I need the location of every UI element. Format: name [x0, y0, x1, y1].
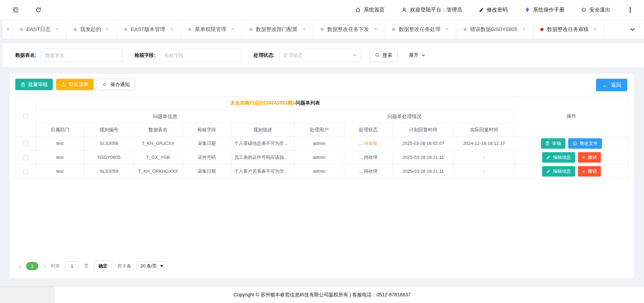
- chevron-down-icon: [421, 53, 426, 57]
- next-page-button[interactable]: ›: [43, 263, 46, 269]
- tab-overflow-button[interactable]: [621, 20, 644, 39]
- tab-status-dot-icon: [124, 28, 127, 31]
- cell-user: admin: [295, 137, 344, 150]
- table-name-input[interactable]: [41, 49, 123, 62]
- total-count-label: 共 3 条: [117, 263, 131, 269]
- tab-close-icon[interactable]: ×: [522, 26, 525, 32]
- tab-close-icon[interactable]: ×: [7, 26, 10, 32]
- kebab-menu-icon[interactable]: ⋮: [627, 6, 634, 14]
- cell-actions: 编辑信息×撤销: [515, 150, 629, 164]
- export-list-label: 导出清单: [69, 81, 88, 88]
- change-password[interactable]: 修改密码: [479, 7, 508, 13]
- tab-EAST版本管理[interactable]: EAST版本管理 ×: [117, 20, 181, 39]
- edit-button-label: 编辑信息: [553, 154, 571, 161]
- review-button[interactable]: 审核: [541, 138, 565, 149]
- close-icon: ×: [582, 155, 585, 160]
- tab-close-icon[interactable]: ×: [170, 26, 173, 32]
- cell-actual-time: -: [454, 164, 515, 178]
- system-manual[interactable]: 系统操作手册: [524, 7, 564, 13]
- tab-错误数据GSDY0805[interactable]: 错误数据GSDY0805 ×: [456, 20, 533, 39]
- cell-rule-no: SLS3059: [84, 164, 134, 178]
- tab-close-icon[interactable]: ×: [55, 26, 58, 32]
- confirm-page-button[interactable]: 确定: [94, 261, 112, 271]
- row-checkbox[interactable]: [23, 141, 28, 146]
- edit-button[interactable]: 编辑信息: [542, 152, 575, 163]
- tab-菜单权限管理[interactable]: 菜单权限管理 ×: [181, 20, 242, 39]
- revoke-button[interactable]: ×撤销: [578, 152, 601, 163]
- expand-toggle[interactable]: 展开: [409, 52, 426, 59]
- tab-我发起的[interactable]: 我发起的 ×: [66, 20, 117, 39]
- tab-close-icon[interactable]: ×: [303, 26, 306, 32]
- tab-clipped[interactable]: ×: [3, 20, 13, 39]
- tab-close-icon[interactable]: ×: [594, 26, 597, 32]
- column-header-action: 操作: [515, 96, 629, 137]
- logout[interactable]: 安全退出: [581, 7, 610, 13]
- welcome-label: 欢迎登陆平台：管理员: [410, 7, 462, 13]
- cell-plan-time: 2025-03-28 16:21:11: [393, 164, 454, 178]
- back-button[interactable]: ← 返回: [596, 79, 627, 91]
- edit-button[interactable]: 编辑信息: [542, 166, 575, 177]
- tab-close-icon[interactable]: ×: [374, 26, 377, 32]
- cell-plan-time: 2025-03-28 16:02:07: [393, 137, 454, 150]
- revoke-button[interactable]: ×撤销: [578, 166, 601, 177]
- select-all-checkbox[interactable]: [23, 114, 28, 119]
- tab-label: 菜单权限管理: [195, 26, 226, 33]
- tab-status-dot-icon: [74, 28, 77, 31]
- search-button-label: 搜索: [383, 52, 392, 59]
- tab-close-icon[interactable]: ×: [106, 26, 109, 32]
- file-button-label: 整改文件: [580, 140, 598, 147]
- status-dots: …: [359, 169, 364, 174]
- tab-status-dot-icon: [20, 28, 23, 31]
- urge-notice-button[interactable]: 催办通知: [97, 79, 135, 90]
- tab-EAST日志[interactable]: EAST日志 ×: [13, 20, 66, 39]
- tab-数据整改任务下发[interactable]: 数据整改任务下发 ×: [313, 20, 385, 39]
- cell-rule-no: SLS3056: [84, 137, 134, 150]
- select-all-cell: [16, 96, 36, 137]
- column-header: 规则编号: [84, 123, 134, 137]
- status-select[interactable]: 处理状态: [279, 49, 361, 62]
- page-size-select[interactable]: 20 条/页: [136, 261, 167, 271]
- status-dots: …: [359, 155, 364, 160]
- footer: Copyright © 苏州银丰睿哲信息科技有限公司版权所有 | 客服电话：05…: [0, 286, 644, 303]
- page-word-label: 页: [84, 263, 89, 269]
- batch-review-label: 批量审核: [28, 81, 48, 88]
- batch-review-button[interactable]: 批量审核: [15, 79, 53, 90]
- table-title: 太仓农商行总行(20241031期)-问题单列表: [36, 96, 515, 110]
- check-field-input[interactable]: [160, 49, 242, 62]
- table-row: test GSDY0805 T_GX_YGB 证件号码 员工表的证件号码应该脱.…: [16, 150, 629, 164]
- row-checkbox[interactable]: [23, 155, 28, 160]
- prev-page-button[interactable]: ‹: [19, 263, 21, 269]
- tab-close-icon[interactable]: ×: [445, 26, 448, 32]
- row-checkbox[interactable]: [23, 169, 28, 174]
- search-button[interactable]: 搜索: [369, 49, 398, 62]
- file-button[interactable]: 整改文件: [568, 138, 602, 149]
- tab-close-icon[interactable]: ×: [231, 26, 234, 32]
- user-icon: [401, 7, 407, 13]
- tab-数据整改部门配置[interactable]: 数据整改部门配置 ×: [242, 20, 313, 39]
- toolbar: 批量审核 导出清单 催办通知 ← 返回: [15, 79, 629, 91]
- page-number-input[interactable]: [65, 261, 79, 271]
- cell-table-name: T_KH_GRKHGXXX: [134, 164, 182, 178]
- tab-status-dot-icon: [188, 28, 191, 31]
- column-header: 归属部门: [36, 123, 84, 137]
- table-row: test SLS3059 T_KH_GRKHGXXX 采集日期 个人客户关系表不…: [16, 164, 629, 178]
- column-header: 数据表名: [134, 123, 182, 137]
- caret-down-icon: [353, 54, 356, 56]
- change-password-label: 修改密码: [487, 7, 508, 13]
- group-header-info: 问题单信息: [36, 110, 295, 123]
- tab-label: EAST版本管理: [131, 26, 165, 33]
- current-page-button[interactable]: 1: [26, 262, 38, 270]
- export-list-button[interactable]: 导出清单: [56, 79, 94, 90]
- nav-home-label: 系统首页: [364, 7, 385, 13]
- tab-bar: × EAST日志 × 我发起的 × EAST版本管理 × 菜单权限管理 × 数据…: [3, 20, 644, 39]
- system-manual-label: 系统操作手册: [533, 7, 564, 13]
- tab-数据整改任务处理[interactable]: 数据整改任务处理 ×: [385, 20, 456, 39]
- cell-plan-time: 2025-03-28 16:21:11: [393, 150, 454, 164]
- cell-check-field: 采集日期: [182, 164, 231, 178]
- refresh-icon[interactable]: [35, 7, 42, 13]
- tab-status-dot-icon: [392, 28, 395, 31]
- cell-check-field: 证件号码: [182, 150, 231, 164]
- tab-数据整改任务审核[interactable]: 数据整改任务审核 ×: [533, 20, 604, 39]
- collapse-sidebar-icon[interactable]: [13, 7, 19, 13]
- nav-home[interactable]: 系统首页: [355, 7, 385, 13]
